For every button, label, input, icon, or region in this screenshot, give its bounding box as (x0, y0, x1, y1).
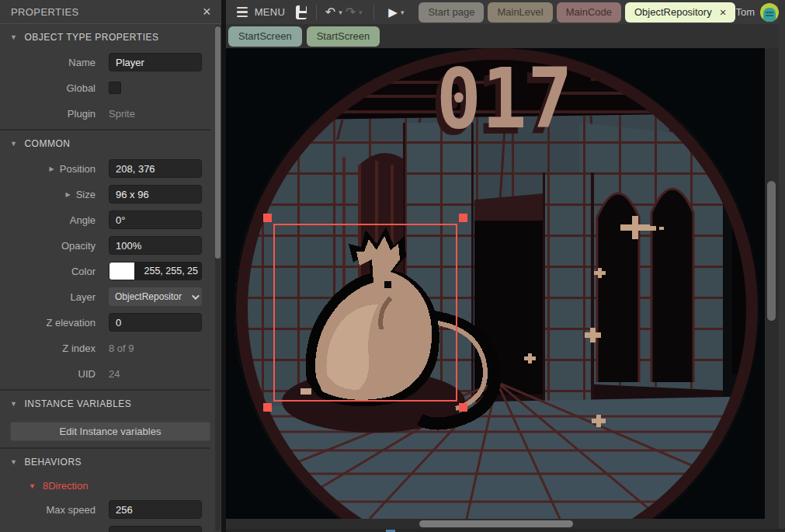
toolbar-separator (316, 5, 317, 20)
properties-panel-body: ▼ OBJECT TYPE PROPERTIES Name Global Plu… (0, 24, 221, 532)
color-picker[interactable]: 255, 255, 25 (109, 262, 202, 280)
panel-scrollbar-thumb[interactable] (215, 26, 221, 259)
property-row-opacity: Opacity (0, 236, 210, 255)
global-label: Global (0, 82, 109, 94)
bottom-panel-sliver (226, 529, 785, 532)
uid-value: 24 (109, 368, 120, 380)
layout-canvas[interactable]: 017 (226, 48, 765, 519)
collapse-triangle-icon[interactable]: ▼ (10, 140, 17, 148)
max-speed-label: Max speed (0, 504, 109, 516)
panel-scrollbar[interactable] (215, 25, 221, 531)
layer-label: Layer (0, 291, 109, 303)
section-instance-variables[interactable]: ▼ INSTANCE VARIABLES (0, 391, 210, 412)
hamburger-menu-icon[interactable] (237, 7, 248, 18)
collapse-triangle-icon[interactable]: ▼ (10, 33, 17, 41)
collapse-triangle-icon[interactable]: ▼ (10, 458, 17, 466)
tab-start-page[interactable]: Start page (419, 2, 484, 23)
property-row-z-elevation: Z elevation (0, 313, 210, 332)
preview-play-icon[interactable]: ▶ (387, 6, 399, 18)
redo-caret-icon[interactable]: ▾ (357, 9, 364, 16)
z-index-label: Z index (0, 342, 109, 354)
tab-label: ObjectRepository (634, 6, 712, 18)
section-object-type-properties[interactable]: ▼ OBJECT TYPE PROPERTIES (0, 24, 210, 46)
canvas-vertical-scrollbar[interactable] (765, 48, 779, 530)
uid-label: UID (0, 368, 109, 380)
property-row-z-index: Z index 8 of 9 (0, 339, 210, 357)
behavior-8direction[interactable]: ▼ 8Direction (0, 471, 210, 493)
property-row-max-speed: Max speed (0, 500, 210, 519)
behavior-name: 8Direction (43, 480, 89, 492)
play-caret-icon[interactable]: ▾ (399, 9, 406, 16)
opacity-input[interactable] (109, 236, 202, 255)
undo-icon[interactable]: ↶ (324, 6, 337, 19)
canvas-horizontal-scrollbar[interactable] (226, 519, 779, 529)
acceleration-input[interactable] (109, 526, 202, 532)
subtab-startscreen-1[interactable]: StartScreen (228, 26, 302, 47)
section-title: BEHAVIORS (24, 457, 82, 468)
plugin-value: Sprite (109, 108, 135, 120)
z-index-value: 8 of 9 (109, 342, 134, 354)
section-title: INSTANCE VARIABLES (24, 398, 131, 409)
selection-handle-top-right[interactable] (459, 214, 467, 222)
name-input[interactable] (109, 53, 202, 71)
size-input[interactable] (109, 185, 202, 203)
subtab-startscreen-2[interactable]: StartScreen (307, 26, 380, 47)
position-label: ▶Position (0, 163, 109, 175)
color-swatch[interactable] (109, 262, 135, 280)
property-row-plugin: Plugin Sprite (0, 104, 210, 123)
layer-dropdown[interactable]: ObjectRepositor (109, 287, 202, 306)
chevron-down-icon (192, 292, 200, 300)
tab-objectrepository[interactable]: ObjectRepository × (625, 2, 735, 23)
tab-close-icon[interactable]: × (720, 6, 727, 18)
main-toolbar: MENU ↶ ▾ ↷ ▾ ▶ ▾ Start page MainLevel Ma… (226, 0, 785, 24)
angle-label: Angle (0, 214, 109, 226)
global-checkbox[interactable] (109, 82, 121, 94)
editor-tabs: Start page MainLevel MainCode ObjectRepo… (419, 2, 735, 23)
property-row-color: Color 255, 255, 25 (0, 262, 210, 280)
name-label: Name (0, 57, 109, 68)
z-elevation-input[interactable] (109, 313, 202, 332)
property-row-uid: UID 24 (0, 364, 210, 383)
user-account[interactable]: Tom (735, 3, 785, 22)
layer-dropdown-value: ObjectRepositor (115, 291, 192, 302)
section-behaviors[interactable]: ▼ BEHAVIORS (0, 449, 210, 471)
collapse-triangle-icon[interactable]: ▼ (10, 400, 17, 408)
panel-title: PROPERTIES (11, 6, 79, 18)
properties-panel: PROPERTIES × ▼ OBJECT TYPE PROPERTIES Na… (0, 0, 221, 532)
max-speed-input[interactable] (109, 500, 202, 519)
section-common[interactable]: ▼ COMMON (0, 130, 210, 152)
close-icon[interactable]: × (200, 5, 214, 19)
collapse-triangle-icon[interactable]: ▼ (29, 482, 36, 490)
vertical-scrollbar-thumb[interactable] (767, 181, 776, 321)
position-input[interactable] (109, 159, 202, 178)
section-title: OBJECT TYPE PROPERTIES (24, 32, 158, 43)
edit-instance-variables-button[interactable]: Edit Instance variables (10, 422, 210, 441)
selection-handle-bottom-left[interactable] (263, 403, 272, 412)
menu-button[interactable]: MENU (255, 6, 285, 18)
user-avatar[interactable] (760, 3, 779, 22)
tab-mainlevel[interactable]: MainLevel (488, 2, 552, 23)
selection-handle-top-left[interactable] (263, 214, 272, 222)
workspace: MENU ↶ ▾ ↷ ▾ ▶ ▾ Start page MainLevel Ma… (226, 0, 785, 532)
right-edge-strip (779, 0, 785, 532)
expand-arrow-icon[interactable]: ▶ (50, 165, 54, 172)
color-value[interactable]: 255, 255, 25 (135, 262, 202, 280)
selection-handle-bottom-right[interactable] (459, 403, 467, 412)
undo-caret-icon[interactable]: ▾ (337, 9, 344, 16)
selection-box[interactable] (273, 224, 457, 402)
property-row-size: ▶Size (0, 185, 210, 203)
construct-editor-window: PROPERTIES × ▼ OBJECT TYPE PROPERTIES Na… (0, 0, 785, 532)
redo-icon[interactable]: ↷ (344, 6, 357, 19)
opacity-label: Opacity (0, 240, 109, 252)
score-counter-text: 017 (436, 50, 573, 147)
expand-arrow-icon[interactable]: ▶ (66, 191, 71, 198)
save-icon[interactable] (296, 5, 307, 19)
angle-input[interactable] (109, 210, 202, 229)
layout-subtabs: StartScreen StartScreen (226, 24, 785, 48)
color-label: Color (0, 266, 109, 277)
property-row-name: Name (0, 53, 210, 71)
property-row-angle: Angle (0, 210, 210, 229)
property-row-global: Global (0, 78, 210, 97)
horizontal-scrollbar-thumb[interactable] (419, 520, 573, 527)
tab-maincode[interactable]: MainCode (557, 2, 621, 23)
